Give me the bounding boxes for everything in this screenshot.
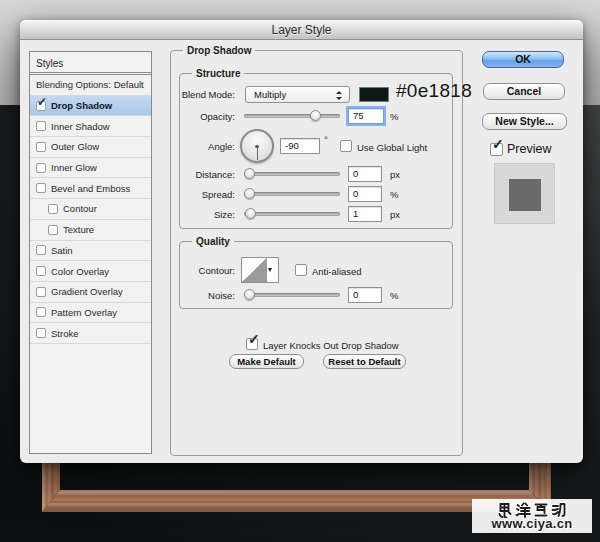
size-label: Size: <box>170 209 235 220</box>
sidebar-item-label: Texture <box>63 224 94 235</box>
sidebar-item-inner-glow[interactable]: Inner Glow <box>30 158 151 179</box>
dropdown-arrows-icon <box>336 91 342 100</box>
angle-needle <box>257 146 258 160</box>
sidebar-item-label: Bevel and Emboss <box>51 183 130 194</box>
distance-label: Distance: <box>170 169 235 180</box>
blend-mode-value: Multiply <box>254 89 286 100</box>
sidebar-item-pattern-overlay[interactable]: Pattern Overlay <box>30 303 151 324</box>
make-default-button[interactable]: Make Default <box>229 354 304 369</box>
sidebar-item-texture[interactable]: Texture <box>30 220 151 241</box>
style-checkbox[interactable] <box>36 245 46 255</box>
sidebar-item-bevel-and-emboss[interactable]: Bevel and Emboss <box>30 178 151 199</box>
anti-aliased-label: Anti-aliased <box>312 266 362 277</box>
preview-thumbnail <box>494 163 555 224</box>
structure-legend: Structure <box>192 67 244 80</box>
noise-unit: % <box>390 290 398 301</box>
reset-to-default-button[interactable]: Reset to Default <box>323 354 406 369</box>
sidebar-item-label: Contour <box>63 203 97 214</box>
sidebar-item-label: Inner Glow <box>51 162 97 173</box>
sidebar-item-drop-shadow[interactable]: ✓Drop Shadow <box>30 96 151 117</box>
sidebar-item-blending-options-default[interactable]: Blending Options: Default <box>30 75 151 96</box>
style-checkbox[interactable] <box>36 287 46 297</box>
blend-mode-select[interactable]: Multiply <box>245 86 350 103</box>
layer-style-dialog: Layer Style Styles Blending Options: Def… <box>20 20 583 463</box>
sidebar-item-stroke[interactable]: Stroke <box>30 323 151 344</box>
cancel-button[interactable]: Cancel <box>483 83 565 100</box>
use-global-light-label: Use Global Light <box>357 142 427 153</box>
use-global-light-checkbox[interactable] <box>340 140 352 152</box>
style-checkbox[interactable] <box>36 142 46 152</box>
sidebar-item-label: Color Overlay <box>51 266 109 277</box>
sidebar-item-label: Blending Options: Default <box>36 79 144 90</box>
noise-input[interactable]: 0 <box>348 287 382 303</box>
styles-list: Blending Options: Default✓Drop ShadowInn… <box>30 75 151 344</box>
quality-group: Quality Contour: Anti-aliased Noise: 0 % <box>179 241 453 309</box>
contour-picker[interactable] <box>241 257 279 283</box>
anti-aliased-checkbox[interactable] <box>295 264 307 276</box>
sidebar-item-outer-glow[interactable]: Outer Glow <box>30 137 151 158</box>
dialog-titlebar[interactable]: Layer Style <box>20 20 583 40</box>
sidebar-item-inner-shadow[interactable]: Inner Shadow <box>30 116 151 137</box>
drop-shadow-panel: Drop Shadow Structure Blend Mode: Multip… <box>170 50 463 456</box>
sidebar-item-satin[interactable]: Satin <box>30 241 151 262</box>
sidebar-item-label: Drop Shadow <box>51 100 112 111</box>
watermark: www.ciya.cn <box>472 499 592 533</box>
style-checkbox[interactable] <box>36 266 46 276</box>
styles-sidebar: Styles Blending Options: Default✓Drop Sh… <box>29 51 152 454</box>
contour-preview-icon <box>242 258 267 282</box>
size-unit: px <box>390 209 400 220</box>
style-checkbox[interactable] <box>36 307 46 317</box>
angle-unit: ° <box>324 134 328 145</box>
new-style-button[interactable]: New Style... <box>482 113 567 130</box>
sidebar-item-label: Inner Shadow <box>51 121 110 132</box>
sidebar-item-label: Gradient Overlay <box>51 286 123 297</box>
size-input[interactable]: 1 <box>348 206 382 222</box>
opacity-slider[interactable] <box>244 110 340 122</box>
styles-header: Styles <box>30 52 151 75</box>
style-checkbox[interactable] <box>48 204 58 214</box>
preview-checkbox[interactable]: ✓ <box>490 143 503 156</box>
sidebar-item-label: Stroke <box>51 328 78 339</box>
opacity-label: Opacity: <box>170 111 235 122</box>
angle-label: Angle: <box>170 141 235 152</box>
style-checkbox[interactable] <box>48 225 58 235</box>
spread-label: Spread: <box>170 189 235 200</box>
spread-unit: % <box>390 189 398 200</box>
style-checkbox[interactable] <box>36 328 46 338</box>
style-checkbox[interactable] <box>36 183 46 193</box>
preview-label: Preview <box>507 142 551 156</box>
spread-slider[interactable] <box>244 188 340 200</box>
sidebar-item-gradient-overlay[interactable]: Gradient Overlay <box>30 282 151 303</box>
size-slider[interactable] <box>244 208 340 220</box>
contour-arrow-icon <box>268 268 272 272</box>
noise-slider[interactable] <box>244 289 340 301</box>
drop-shadow-panel-title: Drop Shadow <box>183 44 255 57</box>
style-checkbox[interactable] <box>36 121 46 131</box>
noise-label: Noise: <box>170 290 235 301</box>
opacity-input[interactable]: 75 <box>348 108 384 124</box>
blend-mode-label: Blend Mode: <box>170 89 235 100</box>
sidebar-item-label: Pattern Overlay <box>51 307 117 318</box>
watermark-url: www.ciya.cn <box>492 518 573 530</box>
quality-legend: Quality <box>192 235 234 248</box>
angle-dial[interactable] <box>240 129 274 163</box>
style-checkbox[interactable]: ✓ <box>36 101 46 111</box>
shadow-color-swatch[interactable] <box>359 87 389 102</box>
distance-input[interactable]: 0 <box>348 166 382 182</box>
screenshot-stage: Layer Style Styles Blending Options: Def… <box>0 0 600 542</box>
preview-shadow-square <box>509 179 541 211</box>
opacity-unit: % <box>390 111 398 122</box>
knockout-label: Layer Knocks Out Drop Shadow <box>263 340 399 351</box>
angle-dial-center <box>255 145 259 149</box>
sidebar-item-label: Satin <box>51 245 73 256</box>
color-hex-annotation: #0e1818 <box>396 80 472 102</box>
angle-input[interactable]: -90 <box>280 138 320 154</box>
sidebar-item-label: Outer Glow <box>51 141 99 152</box>
spread-input[interactable]: 0 <box>348 186 382 202</box>
sidebar-item-color-overlay[interactable]: Color Overlay <box>30 261 151 282</box>
distance-slider[interactable] <box>244 168 340 180</box>
style-checkbox[interactable] <box>36 163 46 173</box>
ok-button[interactable]: OK <box>482 51 564 68</box>
sidebar-item-contour[interactable]: Contour <box>30 199 151 220</box>
knockout-checkbox[interactable]: ✓ <box>246 338 258 350</box>
